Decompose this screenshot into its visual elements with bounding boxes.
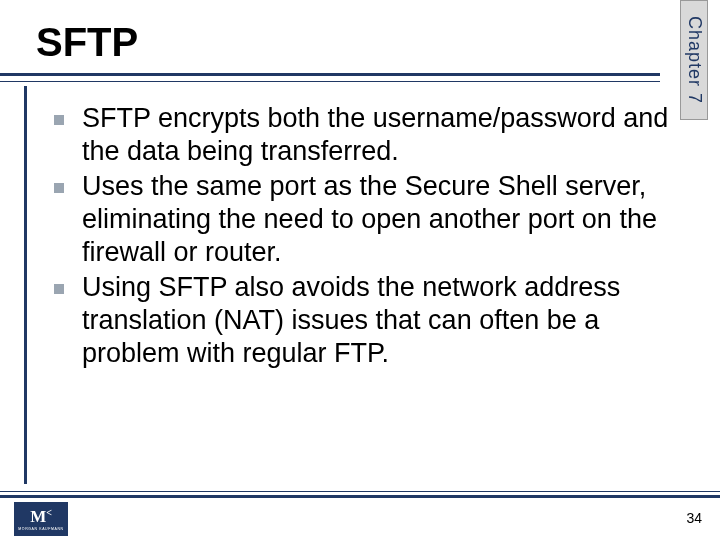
vertical-accent-bar (24, 86, 27, 484)
bullet-text: Using SFTP also avoids the network addre… (82, 271, 674, 370)
list-item: Uses the same port as the Secure Shell s… (54, 170, 674, 269)
logo-subtext: MORGAN KAUFMANN (18, 527, 63, 531)
slide-title: SFTP (36, 20, 138, 65)
chapter-tab: Chapter 7 (680, 0, 708, 120)
bullet-icon (54, 115, 64, 125)
title-underline-thick (0, 73, 660, 76)
bullet-icon (54, 284, 64, 294)
bullet-text: Uses the same port as the Secure Shell s… (82, 170, 674, 269)
bullet-text: SFTP encrypts both the username/password… (82, 102, 674, 168)
slide: Chapter 7 SFTP SFTP encrypts both the us… (0, 0, 720, 540)
bullet-icon (54, 183, 64, 193)
list-item: Using SFTP also avoids the network addre… (54, 271, 674, 370)
title-underline-thin (0, 81, 660, 82)
footer-rule-thick (0, 495, 720, 498)
logo-main: M< (30, 508, 52, 525)
chapter-label: Chapter 7 (684, 16, 705, 104)
publisher-logo: M< MORGAN KAUFMANN (14, 502, 68, 536)
page-number: 34 (686, 510, 702, 526)
list-item: SFTP encrypts both the username/password… (54, 102, 674, 168)
title-block: SFTP (0, 16, 660, 76)
content-area: SFTP encrypts both the username/password… (54, 102, 674, 372)
footer-rule-thin (0, 491, 720, 492)
